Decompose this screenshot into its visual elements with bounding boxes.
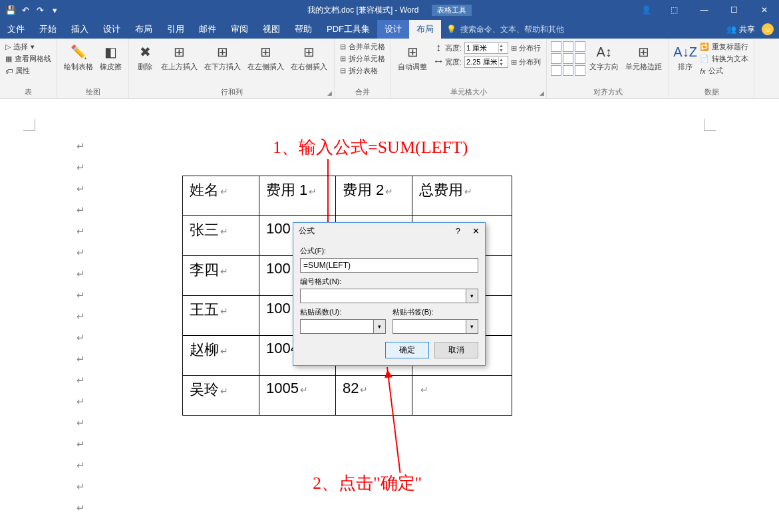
insert-above-button[interactable]: ⊞在上方插入 [158, 41, 200, 72]
tab-home[interactable]: 开始 [32, 20, 64, 39]
undo-icon[interactable]: ↶ [20, 5, 31, 15]
cancel-button[interactable]: 取消 [434, 342, 478, 358]
cell-margins-icon: ⊞ [635, 43, 653, 61]
table-cell[interactable]: ↵ [412, 376, 512, 416]
table-header-cell[interactable]: 总费用↵ [412, 176, 512, 216]
properties-button[interactable]: 🏷 属性 [4, 65, 53, 76]
pencil-icon: ✏️ [69, 43, 88, 61]
table-cell[interactable]: 李四↵ [183, 256, 259, 296]
view-gridlines-button[interactable]: ▦ 查看网格线 [4, 53, 53, 65]
contextual-tab-label: 表格工具 [432, 5, 472, 16]
dialog-launcher-icon[interactable]: ◢ [540, 90, 544, 96]
insert-right-icon: ⊞ [300, 43, 319, 61]
dialog-titlebar[interactable]: 公式 ?✕ [293, 223, 485, 239]
ribbon-options-icon[interactable]: ⬚ [659, 0, 689, 20]
split-table-button[interactable]: ⊟ 拆分表格 [339, 65, 387, 76]
insert-left-button[interactable]: ⊞在左侧插入 [245, 41, 287, 72]
tab-table-layout[interactable]: 布局 [409, 20, 441, 39]
tell-me[interactable]: 💡搜索命令、文本、帮助和其他 [446, 24, 564, 35]
number-format-combo[interactable]: ▾ [300, 289, 478, 303]
tab-pdf[interactable]: PDF工具集 [319, 20, 377, 39]
number-format-label: 编号格式(N): [300, 277, 478, 287]
paste-function-label: 粘贴函数(U): [300, 307, 386, 317]
sort-button[interactable]: A↓Z排序 [673, 41, 697, 72]
table-header-cell[interactable]: 费用 2↵ [336, 176, 412, 216]
insert-right-button[interactable]: ⊞在右侧插入 [288, 41, 330, 72]
tab-insert[interactable]: 插入 [64, 20, 96, 39]
table-row: 姓名↵ 费用 1↵ 费用 2↵ 总费用↵ [183, 176, 512, 216]
chevron-down-icon[interactable]: ▾ [466, 289, 478, 303]
tab-references[interactable]: 引用 [160, 20, 192, 39]
account-icon[interactable]: 👤 [633, 5, 659, 15]
table-cell[interactable]: 王五↵ [183, 296, 259, 336]
group-alignment: A↕文字方向 ⊞单元格边距 对齐方式 [547, 39, 669, 98]
text-direction-icon: A↕ [595, 43, 613, 61]
table-cell[interactable]: 赵柳↵ [183, 336, 259, 376]
autofit-button[interactable]: ⊞自动调整 [395, 41, 430, 72]
group-label: 合并 [339, 86, 387, 97]
group-cell-size: ⊞自动调整 ⭥高度:▲▼⊞ 分布行 ⭤宽度:▲▼⊞ 分布列 单元格大小 ◢ [391, 39, 547, 98]
group-label: 绘图 [61, 86, 124, 97]
tab-view[interactable]: 视图 [255, 20, 287, 39]
tab-mailings[interactable]: 邮件 [192, 20, 224, 39]
share-button[interactable]: 👥共享 [726, 24, 755, 35]
distribute-cols-button[interactable]: ⊞ 分布列 [511, 57, 541, 67]
close-icon[interactable]: ✕ [749, 0, 779, 20]
insert-above-icon: ⊞ [170, 43, 189, 61]
repeat-header-button[interactable]: 🔁 重复标题行 [699, 41, 750, 53]
dialog-title: 公式 [299, 225, 315, 237]
group-label: 对齐方式 [551, 86, 665, 97]
tab-file[interactable]: 文件 [0, 20, 32, 39]
height-input[interactable]: ▲▼ [464, 42, 508, 54]
convert-text-button[interactable]: 📄 转换为文本 [699, 53, 750, 65]
distribute-rows-button[interactable]: ⊞ 分布行 [511, 43, 541, 53]
qat-more-icon[interactable]: ▾ [49, 5, 60, 15]
dialog-close-icon[interactable]: ✕ [472, 226, 480, 236]
eraser-button[interactable]: ◧橡皮擦 [97, 41, 124, 72]
tab-table-design[interactable]: 设计 [377, 20, 409, 39]
document-area: ↵↵↵↵↵↵↵↵↵↵↵↵↵↵↵↵↵↵ 1、输入公式=SUM(LEFT) 姓名↵ … [0, 99, 779, 532]
merge-cells-button[interactable]: ⊟ 合并单元格 [339, 41, 387, 53]
table-cell[interactable]: 张三↵ [183, 216, 259, 256]
chevron-down-icon[interactable]: ▾ [374, 319, 386, 334]
table-cell[interactable]: 82↵ [336, 376, 412, 416]
delete-button[interactable]: ✖删除 [133, 41, 157, 72]
insert-below-button[interactable]: ⊞在下方插入 [202, 41, 243, 72]
alignment-grid[interactable] [551, 41, 585, 76]
select-button[interactable]: ▷ 选择 ▾ [4, 41, 53, 53]
save-icon[interactable]: 💾 [5, 5, 16, 15]
autofit-icon: ⊞ [403, 43, 422, 61]
minimize-icon[interactable]: — [689, 0, 719, 20]
split-cells-button[interactable]: ⊞ 拆分单元格 [339, 53, 387, 65]
group-label: 表 [4, 86, 53, 97]
insert-below-icon: ⊞ [214, 43, 232, 61]
table-header-cell[interactable]: 费用 1↵ [259, 176, 336, 216]
window-controls: 👤 ⬚ — ☐ ✕ [633, 0, 779, 20]
table-cell[interactable]: 吴玲↵ [183, 376, 259, 416]
maximize-icon[interactable]: ☐ [719, 0, 749, 20]
page-corner [23, 119, 35, 131]
tab-help[interactable]: 帮助 [287, 20, 319, 39]
formula-input[interactable] [300, 258, 478, 273]
dialog-launcher-icon[interactable]: ◢ [327, 90, 332, 96]
table-header-cell[interactable]: 姓名↵ [183, 176, 259, 216]
redo-icon[interactable]: ↷ [35, 5, 45, 15]
document-title: 我的文档.doc [兼容模式] - Word [307, 5, 419, 16]
tab-review[interactable]: 审阅 [224, 20, 255, 39]
paste-bookmark-combo[interactable]: ▾ [392, 319, 478, 334]
chevron-down-icon[interactable]: ▾ [466, 319, 478, 334]
text-direction-button[interactable]: A↕文字方向 [587, 41, 621, 72]
ok-button[interactable]: 确定 [385, 342, 429, 358]
feedback-icon[interactable]: ☺ [762, 23, 774, 35]
tab-design[interactable]: 设计 [96, 20, 128, 39]
draw-table-button[interactable]: ✏️绘制表格 [61, 41, 96, 72]
dialog-help-icon[interactable]: ? [456, 226, 460, 236]
width-input[interactable]: ▲▼ [464, 56, 508, 68]
group-rows-cols: ✖删除 ⊞在上方插入 ⊞在下方插入 ⊞在左侧插入 ⊞在右侧插入 行和列 ◢ [129, 39, 335, 98]
title-bar: 💾 ↶ ↷ ▾ 我的文档.doc [兼容模式] - Word 表格工具 👤 ⬚ … [0, 0, 779, 20]
formula-button[interactable]: fx 公式 [699, 65, 750, 76]
cell-margins-button[interactable]: ⊞单元格边距 [623, 41, 665, 72]
table-cell[interactable]: 1005↵ [259, 376, 336, 416]
paste-function-combo[interactable]: ▾ [300, 319, 386, 334]
tab-layout[interactable]: 布局 [128, 20, 160, 39]
